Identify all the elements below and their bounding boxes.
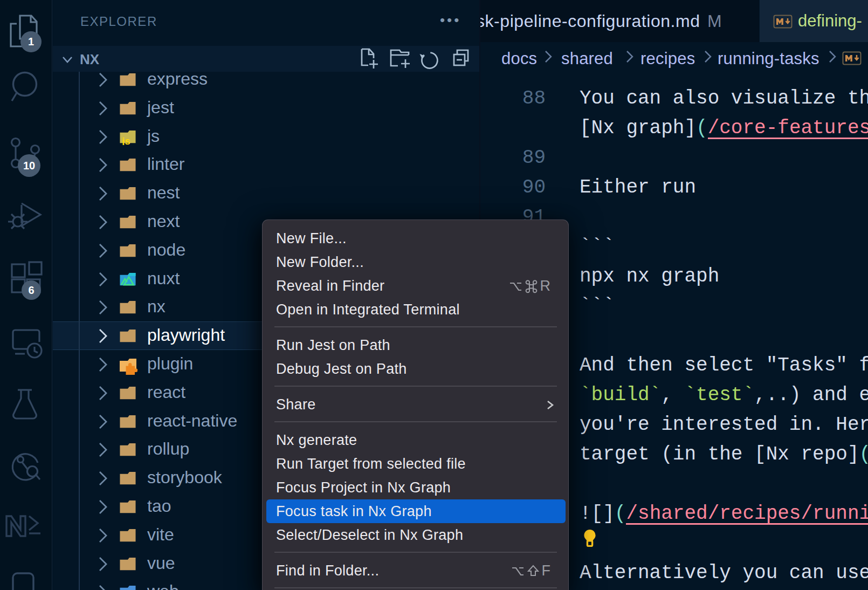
- svg-text:js: js: [121, 135, 130, 145]
